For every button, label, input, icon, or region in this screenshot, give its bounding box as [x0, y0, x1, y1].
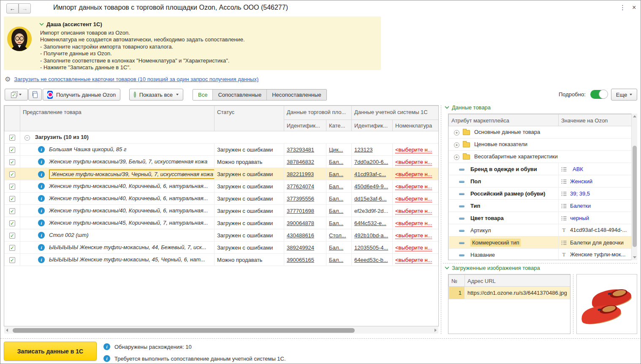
- get-ozon-data-button[interactable]: Получить данные Ozon: [43, 89, 120, 101]
- scrollbar-thumb[interactable]: [633, 146, 637, 247]
- checkbox[interactable]: ✓: [9, 196, 15, 202]
- column-market-id[interactable]: Идентифик...: [284, 120, 326, 131]
- sys-id-link[interactable]: 64eed53c-b...: [354, 257, 388, 263]
- attribute-value[interactable]: Женский: [570, 178, 592, 185]
- category-link[interactable]: Бал...: [329, 220, 343, 226]
- scroll-left-icon[interactable]: [6, 329, 8, 332]
- checkbox[interactable]: ✓: [9, 257, 15, 263]
- folder-row[interactable]: +Основные данные товара: [449, 126, 632, 139]
- expand-icon[interactable]: +: [454, 155, 459, 160]
- column-url[interactable]: Адрес URL: [465, 275, 570, 287]
- sys-id-link[interactable]: 41cd93af-c...: [354, 171, 386, 177]
- nomenclature-select[interactable]: <выберите н...: [395, 220, 432, 226]
- tab-all[interactable]: Все: [193, 90, 212, 100]
- save-to-1c-button[interactable]: Записать данные в 1С: [4, 342, 97, 361]
- table-row-selected[interactable]: ✓ iЖенские туфли-мокасины/39, Черный, 7,…: [5, 168, 439, 180]
- info-icon[interactable]: i: [38, 232, 45, 239]
- vertical-splitter[interactable]: [441, 105, 441, 334]
- market-id-link[interactable]: 387846832: [287, 159, 314, 165]
- expand-icon[interactable]: +: [454, 142, 459, 148]
- market-id-link[interactable]: 377701698: [287, 208, 314, 214]
- product-data-header[interactable]: Данные товара: [445, 104, 491, 111]
- sys-id-text[interactable]: ef2e3d9f-2d...: [354, 208, 388, 214]
- product-name[interactable]: Женские туфли-мокасины/40, Коричневый, 6…: [49, 183, 208, 189]
- folder-row[interactable]: +Ценовые показатели: [449, 139, 632, 151]
- nomenclature-select[interactable]: <выберите н...: [395, 208, 432, 214]
- back-arrow-button[interactable]: ←: [6, 3, 19, 14]
- nomenclature-select[interactable]: <выберите н...: [395, 183, 432, 190]
- show-all-button[interactable]: Показать все: [129, 89, 183, 101]
- market-id-link[interactable]: 377395556: [287, 196, 314, 202]
- info-icon[interactable]: i: [38, 146, 45, 153]
- attribute-label[interactable]: Бренд в одежде и обуви: [470, 166, 537, 172]
- info-icon[interactable]: i: [38, 207, 45, 214]
- info-icon[interactable]: i: [38, 195, 45, 202]
- table-row[interactable]: ✓ iЫЫЫЫЫЫ Женские туфли-мокасины, 44, Бе…: [5, 242, 439, 254]
- sys-id-link[interactable]: dd15e3af-6...: [354, 196, 387, 202]
- attribute-value[interactable]: 39; 39,5: [570, 190, 590, 197]
- column-group-market[interactable]: Данные торговой пло...: [284, 106, 352, 120]
- attribute-value[interactable]: АВК: [573, 166, 583, 172]
- info-icon[interactable]: i: [38, 244, 45, 251]
- attribute-value[interactable]: Балетки: [570, 203, 591, 209]
- attribute-label[interactable]: Название: [470, 252, 495, 258]
- nomenclature-select[interactable]: <выберите н...: [395, 196, 432, 202]
- more-button[interactable]: Еще: [611, 89, 637, 101]
- category-link[interactable]: Бал...: [329, 196, 343, 202]
- sys-id-link[interactable]: 7dd0a200-6...: [354, 159, 388, 165]
- market-id-link[interactable]: 430488616: [287, 232, 314, 239]
- product-name[interactable]: Женские туфли-мокасины/39, Черный, 7, ис…: [49, 169, 215, 179]
- product-name[interactable]: Стол 002 (шт): [49, 232, 89, 238]
- group-row[interactable]: ✓ − Загрузить (10 из 10): [5, 131, 439, 144]
- category-link[interactable]: Цик...: [329, 147, 343, 153]
- table-row[interactable]: ✓ iЖенские туфли-мокасины/39, Белый, 7, …: [5, 156, 439, 168]
- checkbox[interactable]: ✓: [9, 159, 15, 165]
- checkbox[interactable]: ✓: [9, 171, 15, 177]
- info-icon[interactable]: i: [38, 158, 45, 165]
- category-link[interactable]: Бал...: [329, 183, 343, 190]
- checkbox[interactable]: ✓: [9, 233, 15, 239]
- scroll-right-icon[interactable]: [435, 329, 437, 332]
- column-num[interactable]: №: [449, 275, 465, 287]
- table-row[interactable]: ✓ iЖенские туфли-мокасины/40, Коричневый…: [5, 180, 439, 193]
- checkbox[interactable]: ✓: [9, 135, 15, 141]
- table-row[interactable]: ✓ iБольшая Чашка цикорий, 85 г Загружен …: [5, 144, 439, 156]
- attribute-value[interactable]: Балетки для девочки: [570, 239, 624, 246]
- horizontal-splitter[interactable]: [443, 263, 637, 263]
- product-name[interactable]: Женские туфли-мокасины/39, Белый, 7, иск…: [49, 158, 207, 165]
- checkbox[interactable]: ✓: [9, 184, 15, 190]
- attribute-label[interactable]: Цвет товара: [470, 215, 504, 221]
- info-icon[interactable]: i: [38, 220, 45, 226]
- info-icon[interactable]: i: [38, 256, 45, 263]
- images-header[interactable]: Загруженные изображения товара: [445, 265, 540, 271]
- table-row[interactable]: ✓ iЫЫЫЫЫЫ Женские туфли-мокасины, 45, Че…: [5, 254, 439, 266]
- kebab-menu-icon[interactable]: ⋮: [617, 3, 628, 12]
- nomenclature-select[interactable]: <выберите н...: [395, 147, 432, 153]
- attribute-label[interactable]: Коммерческий тип: [470, 239, 521, 247]
- attribute-row[interactable]: Цвет товара черный: [449, 212, 632, 224]
- nomenclature-select[interactable]: <выберите н...: [395, 244, 432, 251]
- market-id-link[interactable]: 390064878: [287, 220, 314, 226]
- table-row[interactable]: ✓ iЖенские туфли-мокасины/45, Коричневый…: [5, 217, 439, 229]
- scroll-up-icon[interactable]: [633, 115, 636, 117]
- market-id-link[interactable]: 389249924: [287, 244, 314, 251]
- attribute-row[interactable]: Пол Женский: [449, 175, 632, 187]
- copy-rows-button[interactable]: [28, 89, 42, 101]
- column-status[interactable]: Статус: [215, 106, 284, 131]
- attribute-row[interactable]: Тип Балетки: [449, 200, 632, 212]
- checkbox[interactable]: ✓: [9, 147, 15, 153]
- tab-matched[interactable]: Сопоставленные: [212, 90, 266, 100]
- market-id-link[interactable]: 373293481: [287, 147, 314, 153]
- column-product[interactable]: Представление товара: [20, 106, 215, 131]
- attribute-value[interactable]: Женские туфли-мок...: [570, 251, 625, 258]
- attribute-value[interactable]: 41cd93af-c148-494d-...: [570, 227, 627, 233]
- table-row[interactable]: ✓ iСтол 002 (шт) Загружен с ошибками 430…: [5, 229, 439, 242]
- close-icon[interactable]: ×: [630, 3, 638, 12]
- sys-id-link[interactable]: 12035505-4...: [354, 244, 388, 251]
- category-link[interactable]: Бал...: [329, 257, 343, 263]
- market-id-link[interactable]: 377624074: [287, 183, 314, 190]
- checkbox[interactable]: ✓: [9, 245, 15, 251]
- collapse-icon[interactable]: −: [24, 135, 30, 141]
- info-icon[interactable]: i: [38, 183, 45, 190]
- nomenclature-select[interactable]: <выберите н...: [395, 159, 432, 165]
